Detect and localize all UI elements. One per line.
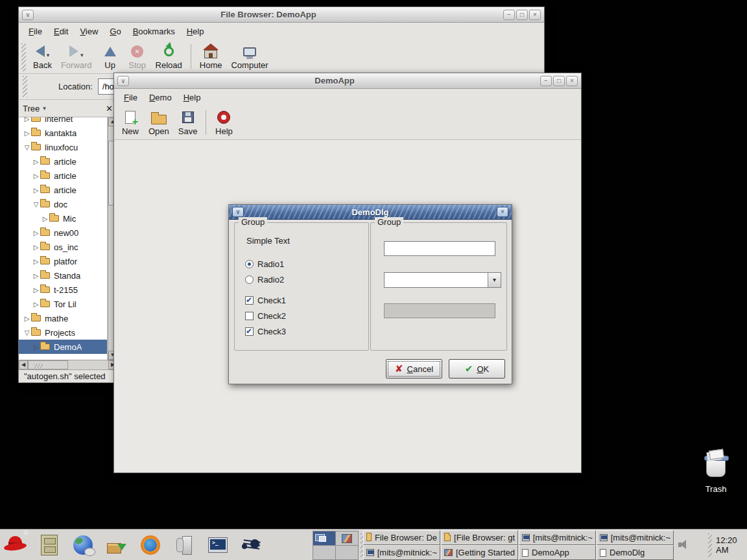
expander-collapsed-icon[interactable]: [32, 301, 40, 308]
window-menu-icon[interactable]: ∨: [22, 10, 34, 20]
workspace-switcher[interactable]: [313, 531, 359, 560]
tree-item[interactable]: Standa: [19, 268, 107, 283]
radio-option-radio2[interactable]: Radio2: [245, 274, 284, 285]
toolbar-button-forward[interactable]: ▾Forward: [56, 41, 97, 71]
cancel-button[interactable]: Cancel: [386, 359, 442, 379]
text-input[interactable]: [384, 241, 495, 256]
radio-icon[interactable]: [245, 260, 254, 268]
combo-dropdown-icon[interactable]: ▾: [488, 273, 501, 287]
tree-item[interactable]: Tor Lil: [19, 297, 107, 311]
tree-item[interactable]: os_inc: [19, 240, 107, 254]
clock-drag-handle[interactable]: [708, 533, 712, 557]
launcher-redhat-menu[interactable]: [3, 532, 29, 558]
tree-item[interactable]: new00: [19, 226, 107, 240]
toolbar-button-save[interactable]: Save: [174, 108, 202, 137]
file-browser-titlebar[interactable]: ∨ File Browser: DemoApp − □ ×: [19, 7, 544, 23]
close-button[interactable]: ×: [529, 10, 541, 20]
menu-item-bookmarks[interactable]: Bookmarks: [127, 24, 181, 39]
taskbar-clock[interactable]: 12:20 AM: [716, 530, 747, 560]
tree-item[interactable]: article: [19, 154, 107, 169]
expander-collapsed-icon[interactable]: [23, 130, 31, 137]
radio-option-radio1[interactable]: Radio1: [245, 259, 284, 269]
tree-item[interactable]: doc: [19, 197, 107, 211]
toolbar-button-stop[interactable]: Stop: [124, 41, 151, 71]
menu-item-help[interactable]: Help: [181, 24, 210, 39]
sidebar-close-icon[interactable]: ✕: [106, 104, 113, 113]
tree-item[interactable]: article: [19, 169, 107, 183]
window-menu-icon[interactable]: ∨: [232, 207, 244, 217]
expander-expanded-icon[interactable]: [32, 201, 40, 208]
launcher-modem-config[interactable]: [171, 532, 197, 558]
checkbox-icon[interactable]: [245, 312, 254, 320]
tree-item[interactable]: article: [19, 183, 107, 197]
window-menu-icon[interactable]: ∨: [117, 76, 129, 86]
workspace-3[interactable]: [313, 546, 335, 559]
tree-item[interactable]: platfor: [19, 254, 107, 268]
workspace-4[interactable]: [336, 546, 358, 559]
tree-item[interactable]: Mic: [19, 211, 107, 226]
launcher-terminal[interactable]: [205, 532, 231, 558]
taskbar-window--mits-mitnick-[interactable]: [mits@mitnick:~: [519, 530, 596, 545]
taskbar-window--mits-mitnick-[interactable]: [mits@mitnick:~: [597, 530, 674, 545]
tree-item[interactable]: linuxfocu: [19, 140, 107, 154]
menu-item-go[interactable]: Go: [104, 24, 126, 39]
workspace-1[interactable]: [313, 531, 335, 545]
locationbar-drag-handle[interactable]: [23, 76, 27, 97]
toolbar-button-home[interactable]: Home: [195, 41, 227, 71]
close-button[interactable]: ×: [566, 76, 578, 86]
taskbar-window-demodlg[interactable]: DemoDlg: [597, 545, 674, 560]
expander-collapsed-icon[interactable]: [23, 117, 31, 122]
dropdown-chevron-icon[interactable]: ▾: [47, 52, 50, 60]
expander-collapsed-icon[interactable]: [32, 187, 40, 194]
taskbar-window-demoapp[interactable]: DemoApp: [519, 545, 596, 560]
tree-horizontal-scrollbar[interactable]: ◀ ▶: [19, 360, 117, 369]
expander-collapsed-icon[interactable]: [32, 344, 40, 351]
maximize-button[interactable]: □: [516, 10, 528, 20]
minimize-button[interactable]: −: [540, 76, 552, 86]
toolbar-button-reload[interactable]: Reload: [151, 41, 187, 71]
tree-item[interactable]: mathe: [19, 311, 107, 325]
taskbar-window--file-browser-gt[interactable]: [File Browser: gt: [441, 530, 518, 545]
expander-collapsed-icon[interactable]: [32, 286, 40, 294]
checkbox-option-check1[interactable]: Check1: [245, 295, 286, 305]
menu-item-file[interactable]: File: [118, 90, 143, 105]
checkbox-icon[interactable]: [245, 327, 254, 336]
scroll-left-icon[interactable]: ◀: [19, 360, 28, 369]
launcher-file-manager[interactable]: [36, 532, 62, 558]
launcher-package-installer[interactable]: [104, 532, 130, 558]
toolbar-button-back[interactable]: ▾Back: [29, 41, 56, 71]
ok-button[interactable]: OK: [449, 359, 505, 379]
menu-item-view[interactable]: View: [74, 24, 104, 39]
maximize-button[interactable]: □: [553, 76, 565, 86]
minimize-button[interactable]: −: [503, 10, 515, 20]
expander-expanded-icon[interactable]: [23, 329, 31, 336]
desktop-icon-trash[interactable]: Trash: [698, 452, 734, 494]
demo-dialog-titlebar[interactable]: ∨ DemoDlg ×: [229, 205, 512, 220]
sidebar-header[interactable]: Tree ▾ ✕: [19, 100, 117, 117]
volume-icon[interactable]: [678, 540, 689, 550]
toolbar-button-new[interactable]: New: [117, 108, 144, 137]
expander-collapsed-icon[interactable]: [32, 172, 40, 180]
toolbar-button-computer[interactable]: Computer: [226, 41, 272, 71]
taskbar-window-file-browser-de[interactable]: File Browser: De: [363, 530, 440, 545]
toolbar-drag-handle[interactable]: [21, 43, 26, 71]
tree-item[interactable]: internet: [19, 117, 107, 126]
tree-item[interactable]: kantakta: [19, 126, 107, 140]
taskbar-window--mits-mitnick-[interactable]: [mits@mitnick:~: [363, 545, 440, 560]
launcher-web-browser[interactable]: [70, 532, 96, 558]
demo-app-titlebar[interactable]: ∨ DemoApp − □ ×: [114, 73, 581, 89]
workspace-2[interactable]: [336, 531, 358, 545]
tree-item[interactable]: Projects: [19, 325, 107, 340]
expander-collapsed-icon[interactable]: [41, 215, 49, 222]
checkbox-option-check2[interactable]: Check2: [245, 310, 286, 321]
menu-item-demo[interactable]: Demo: [143, 90, 178, 105]
expander-collapsed-icon[interactable]: [32, 229, 40, 237]
scrollbar-thumb[interactable]: [28, 360, 68, 369]
launcher-bug-tool[interactable]: [239, 532, 265, 558]
toolbar-button-open[interactable]: Open: [144, 108, 174, 137]
toolbar-button-help[interactable]: Help: [210, 108, 237, 137]
menu-item-edit[interactable]: Edit: [48, 24, 74, 39]
expander-collapsed-icon[interactable]: [32, 258, 40, 265]
expander-collapsed-icon[interactable]: [23, 315, 31, 322]
launcher-web-browser-alt[interactable]: [137, 532, 163, 558]
